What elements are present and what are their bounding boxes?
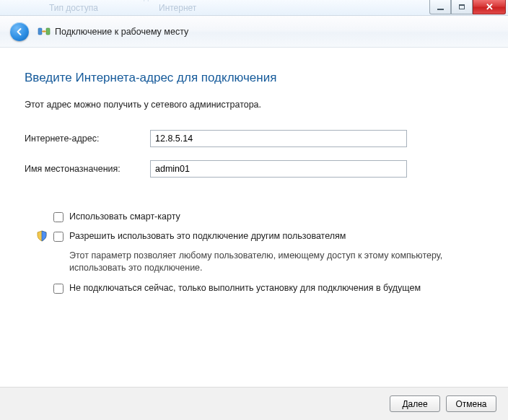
main-panel: Введите Интернета-адрес для подключения … — [0, 48, 508, 294]
svg-rect-1 — [46, 28, 50, 35]
connection-icon — [38, 25, 51, 38]
window-controls: ✕ — [429, 0, 506, 14]
header-bar: Подключение к рабочему месту — [0, 16, 508, 48]
page-subtext: Этот адрес можно получить у сетевого адм… — [25, 100, 483, 110]
arrow-left-icon — [14, 27, 25, 37]
destination-row: Имя местоназначения: — [25, 160, 483, 178]
svg-rect-0 — [38, 28, 42, 35]
ghost-text: Подключение или отключение — [133, 0, 255, 1]
ghost-text: Интернет — [159, 3, 196, 13]
footer-bar: Далее Отмена — [0, 387, 508, 420]
window-title: Подключение к рабочему месту — [55, 27, 188, 37]
dont-connect-label: Не подключаться сейчас, только выполнить… — [69, 282, 421, 294]
smartcard-label: Использовать смарт-карту — [69, 211, 180, 223]
close-button[interactable]: ✕ — [473, 0, 506, 14]
allow-others-checkbox[interactable] — [53, 232, 64, 242]
page-heading: Введите Интернета-адрес для подключения — [25, 71, 483, 85]
internet-address-label: Интернете-адрес: — [25, 134, 150, 144]
dont-connect-option: Не подключаться сейчас, только выполнить… — [53, 282, 483, 294]
internet-address-row: Интернете-адрес: — [25, 130, 483, 147]
dont-connect-checkbox[interactable] — [53, 284, 64, 294]
allow-others-description: Этот параметр позволяет любому пользоват… — [69, 250, 473, 275]
ghost-text: Тип доступа — [49, 3, 98, 13]
smartcard-option: Использовать смарт-карту — [53, 211, 483, 223]
back-button[interactable] — [10, 22, 29, 41]
maximize-button[interactable] — [451, 0, 473, 14]
allow-others-label: Разрешить использовать это подключение д… — [69, 230, 346, 242]
svg-point-2 — [43, 30, 45, 32]
options-group: Использовать смарт-карту Разрешить испол… — [25, 211, 483, 294]
smartcard-checkbox[interactable] — [53, 212, 64, 222]
background-bar: Тип доступа Интернет Подключение или отк… — [0, 0, 508, 16]
destination-input[interactable] — [150, 160, 407, 178]
allow-others-option: Разрешить использовать это подключение д… — [53, 230, 483, 242]
cancel-button[interactable]: Отмена — [446, 395, 496, 412]
next-button[interactable]: Далее — [390, 395, 440, 412]
destination-label: Имя местоназначения: — [25, 164, 150, 174]
internet-address-input[interactable] — [150, 130, 407, 147]
shield-icon — [36, 230, 48, 242]
minimize-button[interactable] — [429, 0, 451, 14]
